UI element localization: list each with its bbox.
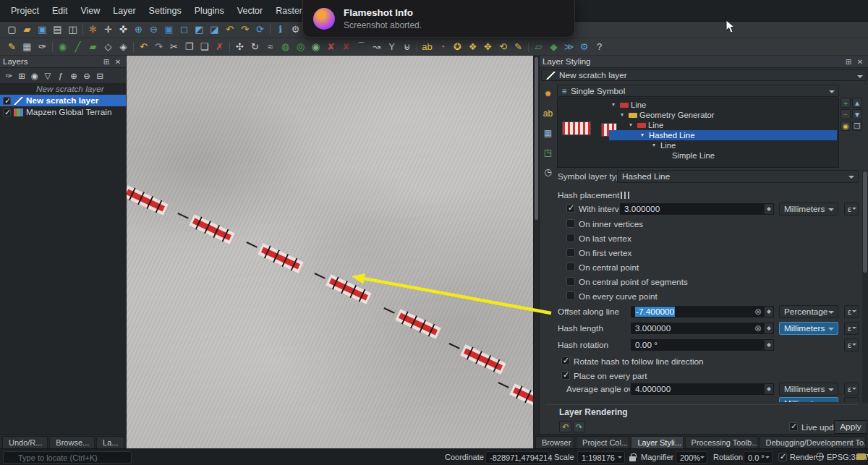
placement-option-checkbox[interactable] <box>566 263 575 271</box>
open-layer-styling-icon[interactable]: ✑ <box>2 70 15 82</box>
expander-icon[interactable]: ▾ <box>612 100 618 110</box>
toolbar-icon[interactable] <box>414 40 420 54</box>
move-features-icon[interactable]: ✣ <box>232 40 247 54</box>
toolbar-icon[interactable] <box>50 40 55 54</box>
pan-map-icon[interactable]: ✛ <box>101 22 116 37</box>
lock-scale-icon[interactable] <box>629 456 636 461</box>
lock-colors-button[interactable]: ◉ <box>841 121 851 131</box>
save-layer-edits-icon[interactable]: ▦ <box>20 40 35 54</box>
zoom-to-selection-icon[interactable]: ◩ <box>192 22 207 37</box>
offset-along-line-input[interactable]: -7.400000 ⊗ <box>630 305 775 318</box>
pan-to-selection-icon[interactable]: ✜ <box>116 22 131 37</box>
map-vertical-scrollbar[interactable] <box>533 56 539 448</box>
paste-features-icon[interactable]: ❏ <box>197 40 212 54</box>
help-icon[interactable]: ? <box>592 40 607 54</box>
pin-labels-icon[interactable]: ✪ <box>450 40 465 54</box>
filter-legend-icon[interactable]: ▽ <box>41 70 54 82</box>
python-console-icon[interactable]: ≫ <box>561 40 576 54</box>
panel-float-icon[interactable]: ⊞ <box>843 57 854 67</box>
toggle-editing-icon[interactable]: ✎ <box>4 40 20 54</box>
flameshot-notification[interactable]: Flameshot Info Screenshot aborted. <box>302 0 575 38</box>
panel-close-icon[interactable]: ✕ <box>855 57 865 67</box>
map-canvas[interactable] <box>127 56 533 448</box>
dock-tab[interactable]: La... <box>96 436 124 448</box>
menu-item[interactable]: Vector <box>231 3 269 19</box>
layer-item[interactable]: New scratch layer <box>0 95 126 106</box>
save-project-icon[interactable]: ▣ <box>35 22 50 37</box>
remove-layer-icon[interactable]: ⊟ <box>93 70 106 82</box>
layer-visibility-checkbox[interactable] <box>3 108 11 116</box>
hash-length-unit-combo[interactable]: Millimeters <box>779 322 838 335</box>
identify-features-icon[interactable]: ℹ <box>273 22 288 37</box>
vertex-tool-icon[interactable]: ◇ <box>101 40 116 54</box>
manage-map-themes-icon[interactable]: ◉ <box>28 70 41 82</box>
panel-float-icon[interactable]: ⊞ <box>101 57 111 67</box>
average-angle-data-defined-button[interactable]: ε <box>844 383 859 396</box>
symbol-layer-type-combo[interactable]: Hashed Line <box>617 170 859 183</box>
current-edits-icon[interactable]: ✑ <box>35 40 50 54</box>
coordinate-value[interactable]: -828971,4794214 <box>485 451 549 464</box>
symbol-tree-row[interactable]: ▾ Line <box>609 100 837 110</box>
layer-labeling-icon[interactable]: ab <box>420 40 435 54</box>
average-angle-unit-combo[interactable]: Millimeters <box>779 383 838 396</box>
add-symbol-layer-button[interactable]: ＋ <box>841 98 851 108</box>
filter-by-expression-icon[interactable]: ƒ <box>54 70 67 82</box>
zoom-native-icon[interactable]: ▣ <box>161 22 176 37</box>
scrollbar-thumb[interactable] <box>863 171 867 273</box>
live-update-checkbox[interactable] <box>789 422 798 431</box>
spinner-buttons[interactable] <box>764 340 773 350</box>
clear-icon[interactable]: ⊗ <box>754 323 762 333</box>
symbol-tree-row[interactable]: ▾ Geometry Generator <box>609 110 837 120</box>
menu-item[interactable]: Project <box>4 3 46 19</box>
add-part-icon[interactable]: ◎ <box>293 40 308 54</box>
locator-input[interactable] <box>3 451 132 464</box>
expander-icon[interactable]: ▾ <box>641 130 647 140</box>
view-3d-tab-icon[interactable]: ◳ <box>541 146 555 160</box>
panel-close-icon[interactable]: ✕ <box>113 57 123 67</box>
layer-visibility-checkbox[interactable] <box>3 97 11 105</box>
menu-item[interactable]: Plugins <box>188 3 231 19</box>
copy-features-icon[interactable]: ❐ <box>182 40 197 54</box>
fill-ring-icon[interactable]: ◉ <box>308 40 323 54</box>
symbol-mode-combo[interactable]: ≡ Single Symbol <box>557 85 839 97</box>
apply-button[interactable]: Apply <box>834 420 867 434</box>
expander-icon[interactable]: ▾ <box>652 140 658 150</box>
add-ring-icon[interactable]: ◍ <box>278 40 293 54</box>
layer-rendering-header[interactable]: Layer Rendering <box>559 407 628 417</box>
mask-tab-icon[interactable]: ▦ <box>541 127 555 140</box>
symbol-tree-row[interactable]: ▾ Hashed Line <box>609 130 837 140</box>
hash-rotation-input[interactable]: 0.00 ° <box>630 338 775 351</box>
remove-symbol-layer-button[interactable]: − <box>841 109 851 119</box>
layer-diagram-icon[interactable]: ◔ <box>435 40 450 54</box>
new-geopackage-icon[interactable]: ◆ <box>546 40 561 54</box>
move-up-button[interactable]: ▲ <box>852 98 862 108</box>
delete-ring-icon[interactable]: ✘ <box>323 40 339 54</box>
clipped-unit-combo[interactable]: Millimeters <box>779 397 838 402</box>
zoom-full-icon[interactable]: ◻ <box>176 22 192 37</box>
change-label-icon[interactable]: ✎ <box>511 40 526 54</box>
add-point-feature-icon[interactable]: ◉ <box>55 40 70 54</box>
rotate-features-icon[interactable]: ↻ <box>247 40 263 54</box>
run-feature-action-icon[interactable]: ⚙ <box>288 22 303 37</box>
zoom-last-icon[interactable]: ↶ <box>222 22 237 37</box>
symbol-tree-row[interactable]: ▾ Line <box>609 140 837 150</box>
toolbar-icon[interactable] <box>268 22 273 37</box>
spinner-buttons[interactable] <box>764 307 773 317</box>
dock-tab[interactable]: Browser <box>535 436 574 448</box>
spinner-buttons[interactable] <box>764 323 773 333</box>
with-interval-unit-combo[interactable]: Millimeters <box>779 202 838 216</box>
offset-along-line-unit-combo[interactable]: Percentage <box>779 305 838 318</box>
styling-scrollbar[interactable] <box>862 170 868 403</box>
menu-item[interactable]: Edit <box>46 3 75 19</box>
rotate-label-icon[interactable]: ⟲ <box>495 40 511 54</box>
zoom-next-icon[interactable]: ↷ <box>237 22 252 37</box>
offset-curve-icon[interactable]: ⌒ <box>354 40 369 54</box>
delete-selected-icon[interactable]: ✗ <box>212 40 227 54</box>
rotation-input[interactable]: 0.0 ° <box>744 451 773 464</box>
messages-icon[interactable] <box>856 453 866 460</box>
add-group-icon[interactable]: ⊞ <box>15 70 28 82</box>
placement-option-checkbox[interactable] <box>566 248 575 257</box>
toolbar-icon[interactable] <box>80 22 85 37</box>
expander-icon[interactable]: ▾ <box>621 110 626 120</box>
vertex-tool-active-layer-icon[interactable]: ◈ <box>116 40 131 54</box>
